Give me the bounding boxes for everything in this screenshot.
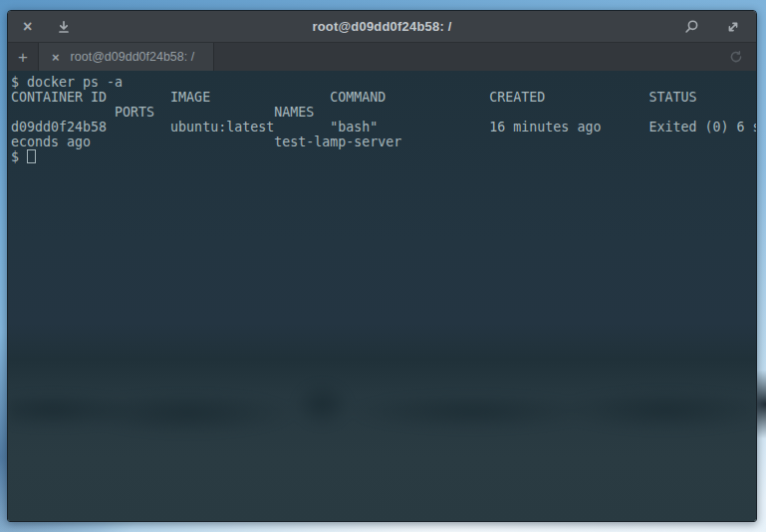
download-icon[interactable] <box>56 19 72 35</box>
terminal-line: CONTAINER ID IMAGE COMMAND CREATED STATU… <box>11 90 756 105</box>
prompt: $ <box>11 149 27 164</box>
tab-active[interactable]: × root@d09dd0f24b58: / <box>39 43 214 71</box>
prompt-line: $ <box>11 149 756 164</box>
expand-icon[interactable] <box>725 19 741 35</box>
terminal-line: PORTS NAMES <box>11 105 756 120</box>
terminal-output: $ docker ps -aCONTAINER ID IMAGE COMMAND… <box>8 71 756 164</box>
tabbar: + × root@d09dd0f24b58: / <box>8 43 756 71</box>
terminal-screen[interactable]: $ docker ps -aCONTAINER ID IMAGE COMMAND… <box>8 71 756 521</box>
window-title: root@d09dd0f24b58: / <box>8 19 756 34</box>
history-icon[interactable] <box>728 43 756 71</box>
close-icon[interactable]: × <box>23 19 32 35</box>
wallpaper-silhouette <box>8 368 756 441</box>
tab-close-icon[interactable]: × <box>52 51 60 64</box>
terminal-line: d09dd0f24b58 ubuntu:latest "bash" 16 min… <box>11 120 756 134</box>
tab-label: root@d09dd0f24b58: / <box>71 50 195 64</box>
search-icon[interactable] <box>683 19 699 35</box>
titlebar[interactable]: root@d09dd0f24b58: / × <box>8 11 756 43</box>
terminal-line: $ docker ps -a <box>11 75 756 90</box>
terminal-cursor <box>27 149 36 163</box>
new-tab-button[interactable]: + <box>8 43 39 71</box>
terminal-line: econds ago test-lamp-server <box>11 134 756 149</box>
desktop: { "titlebar": { "title": "root@d09dd0f24… <box>0 0 766 532</box>
terminal-window: root@d09dd0f24b58: / × <box>7 10 757 522</box>
